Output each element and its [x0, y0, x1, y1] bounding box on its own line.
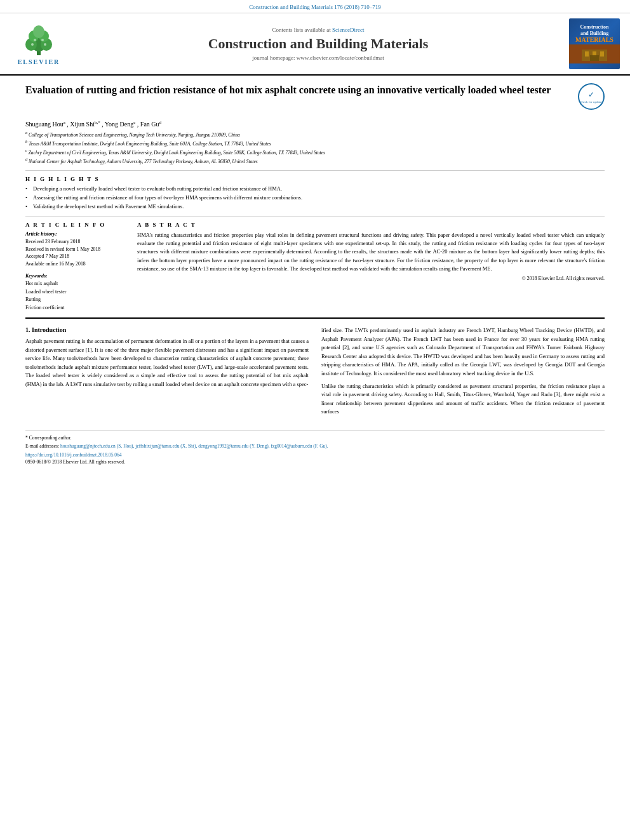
received-entry: Received 23 February 2018	[25, 238, 127, 246]
authors-line: Shuguang Houa , Xijun Shib,* , Yong Deng…	[25, 120, 605, 128]
divider-2	[25, 216, 605, 217]
highlights-title: H I G H L I G H T S	[25, 176, 605, 182]
intro-col-right: ified size. The LWTs predominantly used …	[321, 326, 605, 420]
svg-rect-15	[590, 55, 599, 61]
keyword-2: Loaded wheel tester	[25, 288, 127, 297]
accepted-entry: Accepted 7 May 2018	[25, 253, 127, 260]
author-deng: , Yong Dengc	[102, 121, 137, 128]
check-for-updates-badge: ✓ Check for updates	[578, 83, 605, 110]
affil-b: b Texas A&M Transportation Institute, Dw…	[25, 139, 605, 147]
article-info-abstract: A R T I C L E I N F O Article history: R…	[25, 222, 605, 312]
history-label: Article history:	[25, 231, 127, 237]
svg-point-8	[41, 39, 44, 41]
article-title: Evaluation of rutting and friction resis…	[25, 83, 578, 97]
article-info-title: A R T I C L E I N F O	[25, 222, 127, 228]
revised-entry: Received in revised form 1 May 2018	[25, 246, 127, 253]
keywords-section: Keywords: Hot mix asphalt Loaded wheel t…	[25, 273, 127, 312]
email-link[interactable]: houshuguang@njtech.edu.cn (S. Hou), jeff…	[60, 443, 328, 449]
cbm-building-icon	[579, 46, 610, 62]
elsevier-logo-area: ELSEVIER	[10, 22, 67, 65]
highlights-list: Developing a novel vertically loaded whe…	[25, 185, 605, 211]
svg-point-7	[34, 39, 36, 41]
journal-title: Construction and Building Materials	[74, 36, 563, 52]
intro-col-left: 1. Introduction Asphalt pavement rutting…	[25, 326, 309, 420]
keyword-3: Rutting	[25, 296, 127, 304]
highlight-item-3: Validating the developed test method wit…	[25, 203, 605, 211]
science-direct-link: Contents lists available at ScienceDirec…	[74, 27, 563, 33]
journal-header-center: Contents lists available at ScienceDirec…	[67, 27, 569, 61]
author-hou: Shuguang Houa	[25, 121, 67, 128]
corresponding-author-note: * Corresponding author.	[25, 435, 605, 442]
intro-text-col1: Asphalt pavement rutting is the accumula…	[25, 337, 309, 389]
elsevier-logo: ELSEVIER	[10, 22, 67, 65]
svg-rect-14	[600, 51, 604, 57]
keywords-label: Keywords:	[25, 273, 127, 279]
author-shi: , Xijun Shib,*	[67, 121, 102, 128]
highlights-section: H I G H L I G H T S Developing a novel v…	[25, 176, 605, 211]
affiliations: a College of Transportation Science and …	[25, 130, 605, 165]
divider-1	[25, 170, 605, 171]
elsevier-brand-text: ELSEVIER	[18, 58, 60, 65]
article-title-section: Evaluation of rutting and friction resis…	[25, 83, 605, 115]
abstract-text: HMA's rutting characteristics and fricti…	[137, 231, 605, 273]
available-entry: Available online 16 May 2018	[25, 260, 127, 268]
author-gu: , Fan Gud	[137, 121, 161, 128]
highlight-item-1: Developing a novel vertically loaded whe…	[25, 185, 605, 193]
affil-d: d National Center for Asphalt Technology…	[25, 157, 605, 165]
svg-point-10	[44, 43, 46, 46]
affil-c: c Zachry Department of Civil Engineering…	[25, 148, 605, 156]
elsevier-tree-icon	[20, 22, 58, 57]
cbm-logo-text-2: and Building	[580, 30, 608, 37]
cbm-logo-box: Construction and Building MATERIALS	[569, 18, 620, 69]
svg-rect-12	[585, 51, 589, 57]
cbm-logo-text-3: MATERIALS	[575, 36, 613, 43]
science-direct-anchor[interactable]: ScienceDirect	[332, 27, 364, 33]
abstract-col: A B S T R A C T HMA's rutting characteri…	[137, 222, 605, 312]
highlight-item-2: Assessing the rutting and friction resis…	[25, 194, 605, 202]
journal-homepage: journal homepage: www.elsevier.com/locat…	[74, 55, 563, 61]
check-updates-label: Check for updates	[580, 100, 603, 103]
doi-link[interactable]: https://doi.org/10.1016/j.conbuildmat.20…	[25, 452, 122, 458]
cbm-image-area	[569, 44, 620, 63]
main-content: Evaluation of rutting and friction resis…	[0, 76, 630, 474]
copyright: © 2018 Elsevier Ltd. All rights reserved…	[137, 276, 605, 281]
article-info-col: A R T I C L E I N F O Article history: R…	[25, 222, 127, 312]
keyword-1: Hot mix asphalt	[25, 280, 127, 288]
introduction-two-col: 1. Introduction Asphalt pavement rutting…	[25, 326, 605, 420]
abstract-title: A B S T R A C T	[137, 222, 605, 228]
body-content: 1. Introduction Asphalt pavement rutting…	[25, 326, 605, 420]
journal-header: ELSEVIER Contents lists available at Sci…	[0, 13, 630, 76]
affil-a: a College of Transportation Science and …	[25, 130, 605, 138]
issn-line: 0950-0618/© 2018 Elsevier Ltd. All right…	[25, 459, 605, 465]
divider-3	[25, 317, 605, 319]
doi-line: https://doi.org/10.1016/j.conbuildmat.20…	[25, 452, 605, 458]
footnotes: * Corresponding author. E-mail addresses…	[25, 430, 605, 465]
cbm-logo-text-1: Construction	[580, 24, 609, 30]
svg-point-6	[33, 25, 44, 38]
intro-text-col2: ified size. The LWTs predominantly used …	[321, 326, 605, 417]
article-history: Article history: Received 23 February 20…	[25, 231, 127, 268]
svg-point-9	[31, 43, 34, 46]
keyword-4: Friction coefficient	[25, 304, 127, 312]
checkmark-icon: ✓	[588, 90, 594, 100]
journal-citation-bar: Construction and Building Materials 176 …	[0, 0, 630, 13]
introduction-heading: 1. Introduction	[25, 326, 309, 333]
citation-text: Construction and Building Materials 176 …	[249, 4, 380, 10]
email-note: E-mail addresses: houshuguang@njtech.edu…	[25, 443, 605, 450]
